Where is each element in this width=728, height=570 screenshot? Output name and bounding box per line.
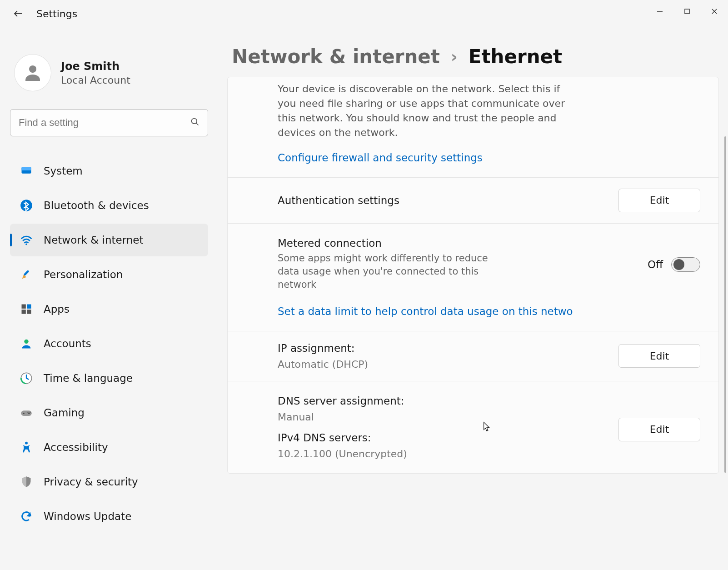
apps-icon bbox=[19, 302, 34, 316]
minimize-button[interactable] bbox=[646, 0, 673, 23]
sidebar-item-label: Privacy & security bbox=[44, 476, 138, 488]
accessibility-icon bbox=[19, 440, 34, 455]
svg-point-22 bbox=[27, 412, 28, 413]
network-profile-section: Your device is discoverable on the netwo… bbox=[228, 77, 718, 178]
breadcrumb-parent[interactable]: Network & internet bbox=[232, 45, 440, 68]
svg-point-23 bbox=[30, 412, 30, 413]
accounts-icon bbox=[19, 336, 34, 351]
svg-rect-15 bbox=[22, 310, 26, 314]
auth-label: Authentication settings bbox=[278, 195, 399, 206]
search-input[interactable] bbox=[19, 117, 190, 129]
system-icon bbox=[19, 164, 34, 178]
sidebar-item-label: Apps bbox=[44, 303, 70, 315]
nav-list: System Bluetooth & devices Network & int… bbox=[10, 155, 208, 533]
svg-point-10 bbox=[20, 200, 32, 211]
sidebar-item-system[interactable]: System bbox=[10, 155, 208, 187]
sidebar-item-privacy[interactable]: Privacy & security bbox=[10, 465, 208, 498]
svg-line-7 bbox=[196, 123, 199, 125]
ipv4-dns-label: IPv4 DNS servers: bbox=[278, 432, 407, 444]
svg-point-11 bbox=[25, 243, 27, 245]
sidebar-item-accessibility[interactable]: Accessibility bbox=[10, 431, 208, 464]
chevron-right-icon: › bbox=[451, 47, 458, 66]
sidebar-item-label: Time & language bbox=[44, 372, 133, 384]
update-icon bbox=[19, 509, 34, 524]
metered-toggle[interactable] bbox=[671, 257, 700, 272]
scrollbar[interactable] bbox=[724, 136, 726, 552]
window-controls bbox=[646, 0, 728, 23]
main-panel: Network & internet › Ethernet Your devic… bbox=[218, 27, 728, 570]
svg-point-6 bbox=[192, 118, 197, 124]
sidebar-item-gaming[interactable]: Gaming bbox=[10, 396, 208, 429]
dns-value: Manual bbox=[278, 411, 407, 423]
sidebar-item-apps[interactable]: Apps bbox=[10, 293, 208, 325]
breadcrumb: Network & internet › Ethernet bbox=[232, 45, 728, 68]
avatar bbox=[15, 55, 51, 91]
metered-section: Metered connection Some apps might work … bbox=[228, 224, 718, 331]
settings-card: Your device is discoverable on the netwo… bbox=[227, 77, 719, 474]
scrollbar-thumb[interactable] bbox=[724, 136, 726, 473]
svg-point-21 bbox=[28, 413, 30, 414]
mouse-cursor-icon bbox=[482, 420, 492, 433]
sidebar-item-label: Bluetooth & devices bbox=[44, 200, 149, 211]
svg-rect-9 bbox=[22, 167, 31, 170]
svg-rect-16 bbox=[27, 310, 31, 314]
time-icon bbox=[19, 371, 34, 385]
firewall-link[interactable]: Configure firewall and security settings bbox=[278, 152, 483, 164]
svg-point-5 bbox=[29, 65, 36, 73]
sidebar-item-accounts[interactable]: Accounts bbox=[10, 327, 208, 360]
auth-edit-button[interactable]: Edit bbox=[618, 189, 700, 212]
maximize-button[interactable] bbox=[673, 0, 701, 23]
profile-description: Your device is discoverable on the netwo… bbox=[278, 82, 568, 140]
sidebar-item-personalization[interactable]: Personalization bbox=[10, 258, 208, 291]
sidebar-item-label: Network & internet bbox=[44, 234, 144, 246]
metered-description: Some apps might work differently to redu… bbox=[278, 252, 505, 292]
svg-rect-19 bbox=[21, 410, 31, 416]
svg-rect-13 bbox=[22, 305, 26, 309]
sidebar-item-label: Windows Update bbox=[44, 510, 131, 522]
sidebar-item-label: System bbox=[44, 165, 83, 177]
ip-label: IP assignment: bbox=[278, 342, 368, 354]
close-button[interactable] bbox=[701, 0, 728, 23]
personalization-icon bbox=[19, 267, 34, 282]
bluetooth-icon bbox=[19, 198, 34, 213]
authentication-section: Authentication settings Edit bbox=[228, 178, 718, 224]
ip-assignment-section: IP assignment: Automatic (DHCP) Edit bbox=[228, 331, 718, 381]
sidebar-item-bluetooth[interactable]: Bluetooth & devices bbox=[10, 189, 208, 222]
sidebar-item-label: Personalization bbox=[44, 269, 123, 280]
user-name: Joe Smith bbox=[61, 60, 130, 73]
gaming-icon bbox=[19, 405, 34, 420]
svg-point-20 bbox=[23, 413, 25, 414]
sidebar: Joe Smith Local Account System bbox=[0, 27, 218, 570]
ip-value: Automatic (DHCP) bbox=[278, 359, 368, 370]
titlebar: Settings bbox=[0, 0, 728, 27]
user-account-type: Local Account bbox=[61, 75, 130, 86]
app-title: Settings bbox=[36, 8, 77, 20]
sidebar-item-label: Gaming bbox=[44, 407, 85, 419]
ip-edit-button[interactable]: Edit bbox=[618, 344, 700, 368]
network-icon bbox=[19, 233, 34, 247]
sidebar-item-windows-update[interactable]: Windows Update bbox=[10, 500, 208, 533]
sidebar-item-time-language[interactable]: Time & language bbox=[10, 362, 208, 395]
svg-point-24 bbox=[25, 442, 28, 445]
toggle-state-label: Off bbox=[648, 259, 663, 270]
svg-point-17 bbox=[24, 340, 28, 344]
metered-title: Metered connection bbox=[278, 237, 505, 249]
dns-label: DNS server assignment: bbox=[278, 395, 407, 407]
svg-rect-14 bbox=[27, 305, 31, 309]
svg-rect-1 bbox=[685, 9, 689, 14]
search-icon bbox=[190, 117, 199, 129]
shield-icon bbox=[19, 475, 34, 489]
user-profile[interactable]: Joe Smith Local Account bbox=[15, 55, 208, 91]
sidebar-item-network[interactable]: Network & internet bbox=[10, 224, 208, 256]
settings-window: Settings Joe Smith Local Account bbox=[0, 0, 728, 570]
sidebar-item-label: Accessibility bbox=[44, 441, 108, 453]
data-limit-link[interactable]: Set a data limit to help control data us… bbox=[278, 305, 700, 317]
svg-rect-12 bbox=[23, 270, 29, 276]
dns-assignment-section: DNS server assignment: Manual IPv4 DNS s… bbox=[228, 381, 718, 473]
sidebar-item-label: Accounts bbox=[44, 338, 91, 350]
panel-scroll[interactable]: Your device is discoverable on the netwo… bbox=[227, 77, 728, 570]
dns-edit-button[interactable]: Edit bbox=[618, 418, 700, 441]
search-box[interactable] bbox=[10, 109, 208, 136]
back-button[interactable] bbox=[9, 5, 27, 23]
breadcrumb-current: Ethernet bbox=[469, 45, 562, 68]
